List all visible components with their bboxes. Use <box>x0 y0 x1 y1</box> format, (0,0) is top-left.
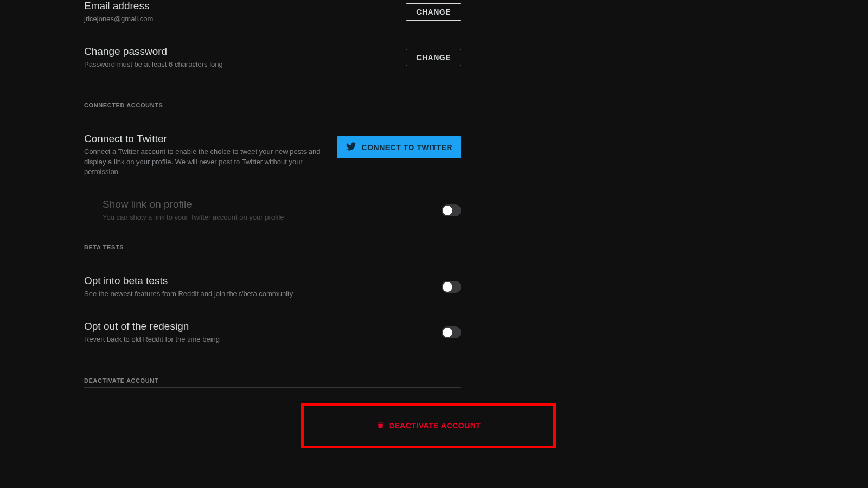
beta-optin-row: Opt into beta tests See the newest featu… <box>84 269 461 315</box>
beta-optout-subtitle: Revert back to old Reddit for the time b… <box>84 335 431 344</box>
show-link-toggle[interactable] <box>442 204 461 216</box>
password-row: Change password Password must be at leas… <box>84 40 461 86</box>
settings-panel: Email address jricejones@gmail.com CHANG… <box>84 0 461 448</box>
show-link-title: Show link on profile <box>103 198 431 210</box>
change-password-button[interactable]: CHANGE <box>406 49 461 66</box>
section-deactivate: DEACTIVATE ACCOUNT <box>84 377 461 388</box>
beta-optin-subtitle: See the newest features from Reddit and … <box>84 289 431 299</box>
twitter-title: Connect to Twitter <box>84 133 326 145</box>
connect-twitter-button[interactable]: CONNECT TO TWITTER <box>337 136 461 158</box>
password-title: Change password <box>84 46 395 57</box>
twitter-row: Connect to Twitter Connect a Twitter acc… <box>84 127 461 193</box>
trash-icon <box>376 421 385 431</box>
change-email-button[interactable]: CHANGE <box>406 3 461 21</box>
twitter-button-label: CONNECT TO TWITTER <box>362 143 452 152</box>
deactivate-account-button[interactable]: DEACTIVATE ACCOUNT <box>376 421 481 431</box>
twitter-subtitle: Connect a Twitter account to enable the … <box>84 147 326 177</box>
beta-optout-title: Opt out of the redesign <box>84 320 431 332</box>
show-link-subtitle: You can show a link to your Twitter acco… <box>103 213 431 222</box>
email-row: Email address jricejones@gmail.com CHANG… <box>84 0 461 40</box>
toggle-knob <box>443 282 452 292</box>
show-link-row: Show link on profile You can show a link… <box>84 193 461 228</box>
beta-optin-toggle[interactable] <box>442 281 461 293</box>
email-title: Email address <box>84 0 395 12</box>
beta-optout-row: Opt out of the redesign Revert back to o… <box>84 315 461 361</box>
twitter-icon <box>346 141 356 153</box>
deactivate-button-label: DEACTIVATE ACCOUNT <box>389 421 481 430</box>
beta-optout-toggle[interactable] <box>442 326 461 338</box>
section-beta-tests: BETA TESTS <box>84 244 461 254</box>
toggle-knob <box>443 328 452 337</box>
section-connected-accounts: CONNECTED ACCOUNTS <box>84 102 461 112</box>
deactivate-highlight: DEACTIVATE ACCOUNT <box>301 403 556 448</box>
email-value: jricejones@gmail.com <box>84 14 395 24</box>
beta-optin-title: Opt into beta tests <box>84 275 431 287</box>
deactivate-row: DEACTIVATE ACCOUNT <box>84 403 461 448</box>
password-subtitle: Password must be at least 6 characters l… <box>84 60 395 69</box>
toggle-knob <box>443 206 452 215</box>
